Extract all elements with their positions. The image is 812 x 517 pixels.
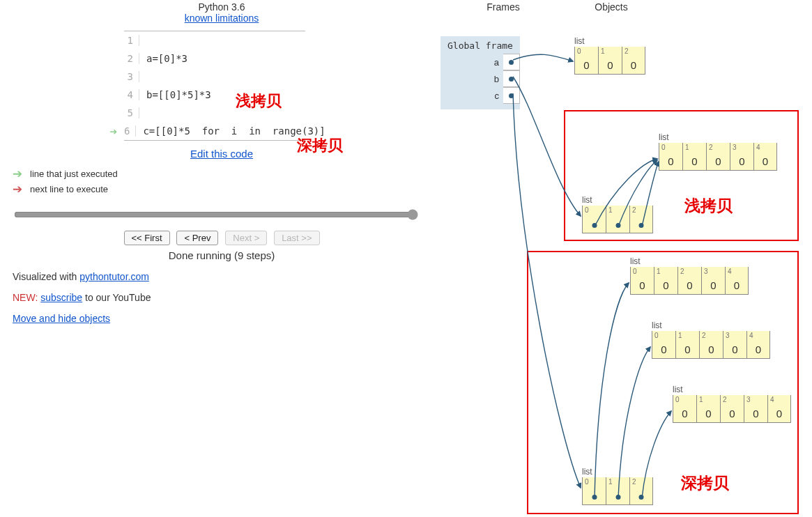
pythontutor-link[interactable]: pythontutor.com bbox=[79, 271, 149, 282]
legend-next-line: next line to execute bbox=[30, 184, 108, 194]
subscribe-link[interactable]: subscribe bbox=[40, 292, 82, 303]
legend-just-executed: line that just executed bbox=[30, 169, 118, 179]
status-text: Done running (9 steps) bbox=[13, 249, 431, 261]
first-button[interactable]: << First bbox=[124, 231, 170, 245]
code-line-4: b=[[0]*5]*3 bbox=[146, 89, 211, 100]
legend: ➔line that just executed ➔next line to e… bbox=[13, 167, 431, 196]
list-b: list 0 1 2 bbox=[582, 195, 653, 233]
move-hide-link[interactable]: Move and hide objects bbox=[13, 313, 110, 324]
objects-header: Objects bbox=[566, 1, 657, 13]
code-line-2: a=[0]*3 bbox=[146, 53, 187, 64]
executed-arrow-icon: ➔ bbox=[106, 124, 121, 139]
var-b: b bbox=[494, 74, 503, 84]
arrow-right-icon: ➔ bbox=[13, 167, 28, 181]
var-a: a bbox=[494, 57, 503, 68]
code-block: 1 2a=[0]*3 3 4b=[[0]*5]*3 5 ➔ 6c=[[0]*5 … bbox=[124, 31, 305, 141]
known-limitations-link[interactable]: known limitations bbox=[13, 13, 431, 24]
arrow-right-icon: ➔ bbox=[13, 182, 28, 196]
var-c-pointer bbox=[503, 87, 520, 104]
list-c-inner-0: list 00 10 20 30 40 bbox=[630, 256, 749, 295]
edit-code-link[interactable]: Edit this code bbox=[190, 148, 253, 160]
last-button: Last >> bbox=[274, 231, 319, 245]
frames-header: Frames bbox=[441, 1, 566, 13]
var-b-pointer bbox=[503, 70, 520, 87]
credits-visualized: Visualized with pythontutor.com bbox=[13, 271, 431, 282]
global-frame: Global frame a b c bbox=[441, 36, 520, 109]
list-b-inner: list 00 10 20 30 40 bbox=[659, 132, 777, 171]
var-c: c bbox=[494, 91, 503, 101]
credits-subscribe: NEW: subscribe to our YouTube bbox=[13, 292, 431, 303]
list-c-inner-1: list 00 10 20 30 40 bbox=[652, 321, 770, 359]
annotation-shallow-right: 浅拷贝 bbox=[684, 195, 733, 217]
python-version: Python 3.6 bbox=[13, 1, 431, 13]
list-c: list 0 1 2 bbox=[582, 467, 653, 505]
next-button: Next > bbox=[225, 231, 267, 245]
prev-button[interactable]: < Prev bbox=[176, 231, 218, 245]
global-frame-title: Global frame bbox=[446, 40, 520, 54]
var-a-pointer bbox=[503, 54, 520, 70]
annotation-deep-copy: 深拷贝 bbox=[297, 135, 343, 156]
annotation-deep-right: 深拷贝 bbox=[681, 472, 729, 494]
list-a: list 00 10 20 bbox=[574, 36, 645, 75]
step-slider[interactable] bbox=[14, 209, 418, 220]
list-c-inner-2: list 00 10 20 30 40 bbox=[673, 385, 791, 423]
annotation-shallow-copy: 浅拷贝 bbox=[236, 91, 282, 111]
